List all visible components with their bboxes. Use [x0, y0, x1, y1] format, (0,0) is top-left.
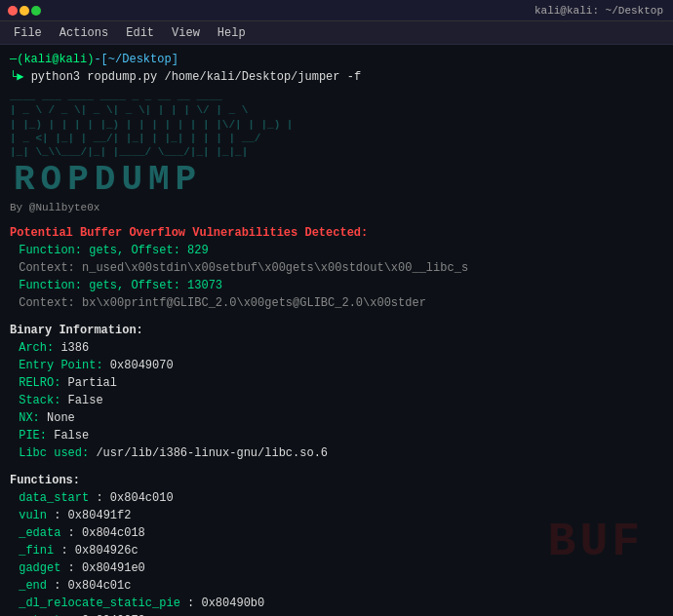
binary-relro: RELRO: Partial: [10, 374, 663, 392]
menu-file[interactable]: File: [6, 24, 50, 42]
menubar: File Actions Edit View Help: [0, 21, 673, 45]
minimize-button[interactable]: [20, 6, 29, 16]
prompt-command: python3 ropdump.py /home/kali/Desktop/ju…: [31, 70, 361, 84]
func-gadget: gadget : 0x80491e0: [10, 559, 663, 577]
binary-info-section: Binary Information: Arch: i386 Entry Poi…: [10, 322, 663, 462]
menu-edit[interactable]: Edit: [118, 24, 162, 42]
func-vuln: vuln : 0x80491f2: [10, 507, 663, 524]
window-title: kali@kali: ~/Desktop: [534, 5, 663, 17]
ascii-line-1: ____ ___ ____ ____ _ _ __ __ ____: [10, 90, 663, 103]
vuln-header: Potential Buffer Overflow Vulnerabilitie…: [10, 224, 663, 242]
binary-stack: Stack: False: [10, 392, 663, 409]
close-button[interactable]: [8, 6, 18, 16]
by-line: By @Nullbyte0x: [10, 200, 663, 216]
ascii-art-block: ____ ___ ____ ____ _ _ __ __ ____ | _ \ …: [10, 90, 663, 159]
binary-info-header: Binary Information:: [10, 322, 663, 339]
window-controls: [8, 6, 41, 16]
vuln-item-2: Function: gets, Offset: 13073 Context: b…: [10, 277, 663, 312]
terminal[interactable]: ─(kali@kali)-[~/Desktop] └▶ python3 ropd…: [0, 45, 673, 616]
functions-header: Functions:: [10, 472, 663, 489]
prompt-cmd-line: └▶ python3 ropdump.py /home/kali/Desktop…: [10, 68, 663, 86]
binary-arch: Arch: i386: [10, 339, 663, 357]
prompt-arrow: └▶: [10, 70, 31, 84]
maximize-button[interactable]: [31, 6, 41, 16]
ascii-line-2: | _ \ / _ \| _ \| _ \| | | | \/ | _ \: [10, 103, 663, 117]
menu-help[interactable]: Help: [210, 24, 254, 42]
ascii-ropdump-large: ROPDUMP: [14, 163, 663, 198]
ascii-line-4: | _ <| |_| | __/| |_| | |_| | | | | __/: [10, 132, 663, 145]
prompt-host: ─(kali@kali): [10, 53, 94, 66]
binary-pie: PIE: False: [10, 427, 663, 444]
ascii-line-3: | |_) | | | | |_) | | | | | | | |\/| | |…: [10, 118, 663, 132]
ascii-line-5: |_| \_\\___/|_| |____/ \___/|_| |_|_|: [10, 145, 663, 159]
vuln-context-2: Context: bx\x00printf@GLIBC_2.0\x00gets@…: [10, 294, 663, 312]
func-edata: _edata : 0x804c018: [10, 524, 663, 542]
menu-view[interactable]: View: [164, 24, 208, 42]
vuln-func-2: Function: gets, Offset: 13073: [10, 277, 663, 294]
functions-section: Functions: data_start : 0x804c010 vuln :…: [10, 472, 663, 616]
binary-libc: Libc used: /usr/lib/i386-linux-gnu/libc.…: [10, 444, 663, 462]
func-fini: _fini : 0x804926c: [10, 542, 663, 559]
func-data_start: data_start : 0x804c010: [10, 489, 663, 507]
menu-actions[interactable]: Actions: [52, 24, 116, 42]
titlebar: kali@kali: ~/Desktop: [0, 0, 673, 21]
vuln-context-1: Context: n_used\x00stdin\x00setbuf\x00ge…: [10, 259, 663, 277]
prompt-path-line: ─(kali@kali)-[~/Desktop]: [10, 51, 663, 68]
prompt-path: -[~/Desktop]: [94, 53, 178, 66]
func-start: _start : 0x8049070: [10, 612, 663, 616]
vuln-func-1: Function: gets, Offset: 829: [10, 242, 663, 259]
binary-entry: Entry Point: 0x8049070: [10, 357, 663, 374]
binary-nx: NX: None: [10, 409, 663, 427]
func-end: _end : 0x804c01c: [10, 577, 663, 595]
func-dl-relocate: _dl_relocate_static_pie : 0x80490b0: [10, 595, 663, 612]
vuln-item-1: Function: gets, Offset: 829 Context: n_u…: [10, 242, 663, 277]
